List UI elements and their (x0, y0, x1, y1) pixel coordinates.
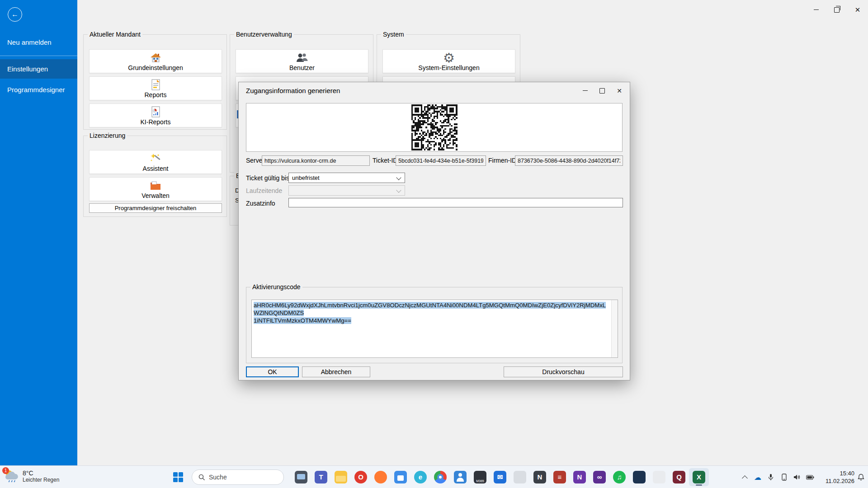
aktivierungscode-textarea[interactable]: aHR0cHM6Ly92dWxjdXJhLmtvbnRvci1jcm0uZGV8… (251, 300, 618, 358)
ticket-gueltig-combobox[interactable]: unbefristet (288, 173, 405, 183)
button-label: OK (268, 368, 277, 375)
window-minimize-button[interactable] (806, 0, 826, 19)
clock-time: 15:40 (826, 469, 854, 477)
sidebar-item-neu-anmelden[interactable]: Neu anmelden (0, 34, 77, 50)
sidebar-item-label: Programmdesigner (7, 86, 65, 94)
library-icon[interactable]: ≡ (550, 468, 570, 486)
abbrechen-button[interactable]: Abbrechen (302, 366, 370, 377)
file-explorer-icon[interactable] (331, 468, 351, 486)
dialog-minimize-button[interactable] (576, 82, 594, 99)
tile-verwalten[interactable]: Verwalten (89, 177, 222, 201)
outlook-icon[interactable]: ✉ (490, 468, 510, 486)
microphone-icon[interactable] (767, 473, 775, 481)
tile-assistent[interactable]: Assistent (89, 150, 222, 174)
volume-icon[interactable] (793, 473, 801, 481)
tile-ki-reports[interactable]: KI-Reports (89, 103, 222, 127)
window-restore-button[interactable] (826, 0, 847, 19)
excel-icon[interactable]: X (689, 468, 709, 486)
onenote-icon[interactable]: N (570, 468, 590, 486)
phone-link-icon[interactable] (780, 473, 788, 481)
system-tray: ☁ (741, 466, 814, 488)
m365-copilot-icon[interactable]: M365 (470, 468, 490, 486)
taskbar-search[interactable]: Suche (192, 469, 284, 485)
aktivierungscode-text: aHR0cHM6Ly92dWxjdXJhLmtvbnRvci1jcm0uZGV8… (254, 301, 609, 324)
window-close-button[interactable]: ✕ (847, 0, 868, 19)
weather-widget[interactable]: 1 8°C Leichter Regen (4, 469, 59, 484)
sidebar-item-label: Neu anmelden (7, 38, 52, 46)
spotify-icon[interactable]: ♫ (609, 468, 629, 486)
button-label: Druckvorschau (542, 368, 584, 375)
light-app-icon[interactable] (649, 468, 669, 486)
screen: ✕ ← Neu anmelden Einstellungen Programmd… (0, 0, 868, 488)
dialog-close-button[interactable]: ✕ (611, 82, 628, 99)
visual-studio-icon[interactable]: ∞ (590, 468, 609, 486)
sidebar-item-label: Einstellungen (7, 65, 48, 73)
dialog-maximize-button[interactable] (594, 82, 611, 99)
opera-icon[interactable]: O (351, 468, 371, 486)
server-input[interactable] (262, 155, 370, 166)
teams-icon[interactable]: T (311, 468, 331, 486)
maximize-icon (599, 88, 605, 94)
selected-code-line: 1iNTFlLTVmMzkxOTM4MWYwMg== (254, 317, 351, 324)
sidebar-item-einstellungen[interactable]: Einstellungen (0, 59, 77, 79)
laufzeitende-combobox (288, 185, 405, 196)
group-aktueller-mandant: Aktueller Mandant Grundeinstellungen Rep… (83, 34, 227, 130)
people-icon[interactable] (450, 468, 470, 486)
back-arrow-icon: ← (11, 10, 19, 19)
tile-grundeinstellungen[interactable]: Grundeinstellungen (89, 49, 222, 73)
zusatzinfo-input[interactable] (288, 198, 623, 207)
tile-label: System-Einstellungen (418, 65, 479, 71)
tile-label: Grundeinstellungen (128, 65, 183, 71)
selected-code-line: aHR0cHM6Ly92dWxjdXJhLmtvbnRvci1jcm0uZGV8… (254, 302, 606, 316)
group-title: System (381, 31, 406, 38)
firmen-id-input[interactable] (515, 155, 623, 166)
users-icon (295, 52, 309, 64)
quark-app-icon[interactable]: Q (669, 468, 689, 486)
dialog-controls: ✕ (576, 82, 628, 99)
ticket-gueltig-label: Ticket gültig bis (246, 173, 289, 183)
store-icon[interactable] (391, 468, 410, 486)
minimize-icon (583, 90, 588, 91)
edge-icon[interactable]: e (410, 468, 430, 486)
back-button[interactable]: ← (8, 7, 22, 22)
taskbar-clock[interactable]: 15:40 11.02.2026 (826, 469, 854, 485)
ok-button[interactable]: OK (246, 366, 299, 377)
group-title: Benutzerverwaltung (234, 31, 294, 38)
tile-label: KI-Reports (141, 119, 171, 126)
taskbar: 1 8°C Leichter Regen Suche TOeM365✉N≡N∞♫… (0, 465, 868, 488)
search-placeholder: Suche (209, 474, 227, 481)
weather-temp: 8°C (23, 469, 59, 477)
folder-icon (149, 179, 162, 192)
minimize-icon (814, 9, 819, 10)
firefox-icon[interactable] (371, 468, 391, 486)
tile-benutzer[interactable]: Benutzer (236, 49, 368, 73)
tile-system-einstellungen[interactable]: ⚙ System-Einstellungen (382, 49, 515, 73)
chevron-down-icon (396, 175, 401, 180)
ticket-id-input[interactable] (396, 155, 486, 166)
notification-bell-icon[interactable] (858, 474, 864, 483)
sidebar-item-programmdesigner[interactable]: Programmdesigner (0, 81, 77, 98)
button-label: Programmdesigner freischalten (115, 205, 197, 211)
house-icon (150, 52, 162, 64)
programmdesigner-freischalten-button[interactable]: Programmdesigner freischalten (89, 203, 222, 213)
tile-reports[interactable]: Reports (89, 76, 222, 100)
chevron-down-icon (396, 188, 401, 192)
chevron-up-icon[interactable] (741, 473, 749, 481)
weather-desc: Leichter Regen (23, 477, 59, 483)
calculator-icon[interactable] (510, 468, 530, 486)
chrome-icon[interactable] (430, 468, 450, 486)
scrollbar[interactable] (611, 300, 618, 357)
aktivierungscode-group: Aktivierungscode aHR0cHM6Ly92dWxjdXJhLmt… (246, 287, 623, 363)
close-icon: ✕ (617, 87, 622, 94)
qr-code (411, 104, 458, 150)
battery-icon[interactable] (806, 473, 814, 481)
start-button[interactable] (169, 468, 187, 486)
gear-icon: ⚙ (443, 52, 455, 64)
druckvorschau-button[interactable]: Druckvorschau (504, 366, 623, 377)
navy-app-icon[interactable] (629, 468, 649, 486)
window-controls: ✕ (806, 0, 868, 19)
remote-desktop-icon[interactable] (291, 468, 311, 486)
notification-badge: 1 (2, 467, 9, 474)
onedrive-icon[interactable]: ☁ (754, 473, 762, 481)
notepad-plus-icon[interactable]: N (530, 468, 550, 486)
